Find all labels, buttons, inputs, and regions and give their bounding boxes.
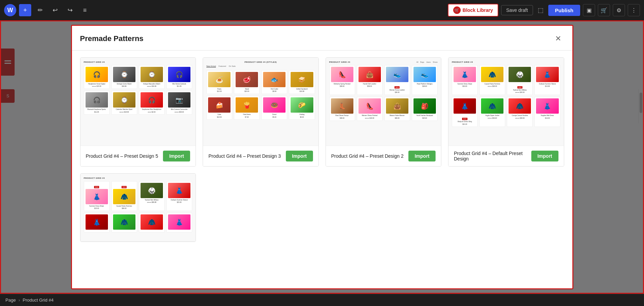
- product-image: 👗: [454, 67, 476, 82]
- pencil-icon[interactable]: ✏: [34, 4, 46, 16]
- mini-product: 🥋 NEW Tactical Skin Military $89.99 $49.…: [507, 65, 533, 95]
- mini-product: NEW 👗 Summer Dress Stripe $15.00: [84, 181, 110, 211]
- product-image: 🍰: [208, 97, 231, 113]
- product-image: 🥋: [509, 67, 531, 82]
- product-image: 🧥: [113, 189, 135, 204]
- pattern-card-3: PRODUCT GRID #4 All Bags Jeans Shoes: [326, 57, 442, 167]
- mini-product: 👜 Harold Soft Leather $58.00: [357, 65, 383, 95]
- pattern-preview-1: PRODUCT GRID #4 🎧 Headphone Smart Digita…: [80, 58, 196, 146]
- product-image: 👗: [536, 67, 558, 82]
- pattern-preview-3: PRODUCT GRID #4 All Bags Jeans Shoes: [326, 58, 441, 146]
- mini-product: 👜 Maison Fabre Maroon $99.00: [384, 97, 410, 120]
- product-image: 🍩: [263, 97, 286, 113]
- mini-product: 👗 Summer Dress Stripe $33.00: [452, 65, 478, 95]
- product-image: 🧥: [481, 98, 503, 114]
- modal-title: Premade Patterns: [80, 34, 144, 43]
- mini-product: 👗 Outback Summer Sleeve $15.00: [166, 181, 192, 211]
- product-image: 🐟: [263, 72, 286, 87]
- pattern-preview-4: PRODUCT GRID #4 👗 Summer Dress Stripe $3…: [448, 58, 564, 146]
- mini-product: 👗 Nugitter Midi Dress $13.00: [534, 97, 560, 127]
- settings-button[interactable]: ⚙: [613, 4, 625, 16]
- product-image: 👢: [331, 98, 353, 114]
- patterns-grid-row2: PRODUCT GRID #4 NEW 👗 Summer Dress Strip…: [80, 173, 564, 242]
- mini-product: 👟 NEW Women Purse Leather $36.00: [384, 65, 410, 95]
- mini-product: 🧥: [139, 213, 165, 232]
- mini-product: 👠 Refresha Spring Pointed $38.00: [329, 65, 355, 95]
- toolbar-right: 🛒 Block Library Save draft ⬚ Publish ▣ 🛒…: [448, 4, 640, 17]
- mini-product: 🎧 Bluetooth Earphone Sports $11.65: [84, 91, 110, 114]
- undo-button[interactable]: ↩: [49, 4, 61, 16]
- pattern-card-1: PRODUCT GRID #4 🎧 Headphone Smart Digita…: [80, 57, 196, 167]
- import-button-3[interactable]: Import: [408, 151, 436, 161]
- premade-patterns-modal: Premade Patterns ✕ PRODUCT GRID #4 🎧 Hea: [71, 25, 573, 289]
- pattern-preview-5: PRODUCT GRID #4 NEW 👗 Summer Dress Strip…: [80, 174, 196, 242]
- panel-toggle-button[interactable]: ▣: [583, 4, 595, 16]
- product-image: ⌚: [141, 67, 163, 82]
- more-options-button[interactable]: ⋮: [628, 4, 640, 16]
- mini-product: 🍩 Donut $5.00: [261, 96, 287, 119]
- product-image: 👟: [413, 67, 436, 82]
- mini-product: 🐟 Fish Cutlet $8.99: [261, 70, 287, 94]
- product-image: 🧥: [509, 98, 531, 114]
- breadcrumb-current: Product Grid #4: [23, 298, 54, 303]
- toolbar-left: W + ✏ ↩ ↪ ≡: [4, 4, 91, 16]
- mini-product: ⌚ Antique Masculino Watch $29.99 $16.99: [139, 65, 165, 89]
- product-image: 🥩: [236, 72, 258, 87]
- product-image: 👜: [386, 98, 408, 114]
- mini-product: 👗 NEW Bodycon Dress Sling $21.00: [452, 97, 478, 127]
- mini-product: 🥩 Steak $20.00: [234, 70, 260, 94]
- toolbar: W + ✏ ↩ ↪ ≡ 🛒 Block Library Save draft ⬚…: [0, 0, 644, 20]
- wp-logo-icon[interactable]: W: [4, 4, 16, 16]
- view-button[interactable]: ⬚: [536, 4, 546, 16]
- import-button-1[interactable]: Import: [163, 151, 190, 161]
- product-image: 📷: [168, 92, 190, 108]
- product-image: 👗: [86, 214, 108, 230]
- modal-header: Premade Patterns ✕: [72, 26, 572, 51]
- pattern-card-2: PRODUCT GRID #4 (STYLE3) New Arrival Fea…: [203, 57, 319, 167]
- product-image: 🎒: [413, 98, 436, 114]
- main-area: S Premade Patterns ✕ PRODUCT GRID #4: [0, 20, 644, 294]
- woo-button[interactable]: 🛒: [598, 4, 610, 16]
- product-image: 👗: [536, 98, 558, 114]
- modal-overlay[interactable]: Premade Patterns ✕ PRODUCT GRID #4 🎧 Hea: [1, 21, 643, 293]
- block-library-icon: 🛒: [453, 6, 461, 14]
- product-image: 🎧: [168, 67, 190, 82]
- modal-body[interactable]: PRODUCT GRID #4 🎧 Headphone Smart Digita…: [72, 51, 572, 288]
- modal-close-button[interactable]: ✕: [552, 33, 564, 45]
- product-image: 🧥: [141, 214, 163, 230]
- product-image: 🎧: [141, 92, 163, 108]
- mini-product: 🍟 Fried Items $7.00: [234, 96, 260, 119]
- product-image: 👗: [454, 98, 476, 114]
- product-image: 🥋: [141, 183, 163, 198]
- product-image: 👗: [86, 189, 108, 204]
- add-block-button[interactable]: +: [19, 4, 31, 16]
- breadcrumb-page: Page: [5, 298, 16, 303]
- mini-product: ⌚ Calendar Watches Sport $29.99 $18.99: [111, 91, 137, 114]
- product-image: 👠: [331, 67, 353, 82]
- block-library-button[interactable]: 🛒 Block Library: [448, 4, 498, 17]
- save-draft-button[interactable]: Save draft: [501, 5, 533, 15]
- pattern-card-4: PRODUCT GRID #4 👗 Summer Dress Stripe $3…: [448, 57, 564, 167]
- mini-product: ⌚ Orologio Uomo Watch $18.99: [111, 65, 137, 89]
- import-button-2[interactable]: Import: [286, 151, 313, 161]
- mini-product: 👟 Pearl Platform Wedges $38.00: [412, 65, 438, 95]
- mini-product: 🎧 Headphone Smart Digital $19.00 $15.00: [84, 65, 110, 89]
- pattern-footer-2: Product Grid #4 – Preset Design 3 Import: [203, 146, 318, 166]
- product-image: 👠: [358, 98, 381, 114]
- publish-button[interactable]: Publish: [548, 5, 580, 16]
- mini-product: 👗: [166, 213, 192, 232]
- patterns-grid-row1: PRODUCT GRID #4 🎧 Headphone Smart Digita…: [80, 57, 564, 167]
- pattern-name-2: Product Grid #4 – Preset Design 3: [208, 153, 281, 159]
- product-image: 👗: [168, 183, 190, 198]
- import-button-4[interactable]: Import: [531, 151, 558, 161]
- mini-product: NEW 🧥 Causie Parka Hommes $90.00: [111, 181, 137, 211]
- mini-product: 👗: [84, 213, 110, 232]
- redo-button[interactable]: ↪: [64, 4, 76, 16]
- mini-product: 👢 Boat Shoes Pumps $38.00: [329, 97, 355, 120]
- breadcrumb: Page › Product Grid #4: [0, 294, 644, 306]
- list-view-button[interactable]: ≡: [79, 4, 91, 16]
- mini-product: 🎧 Mivi Stereo Earbuds $11.65: [166, 65, 192, 89]
- breadcrumb-separator: ›: [18, 298, 20, 303]
- product-image: 👟: [386, 67, 408, 82]
- pattern-footer-1: Product Grid #4 – Preset Design 5 Import: [80, 146, 196, 166]
